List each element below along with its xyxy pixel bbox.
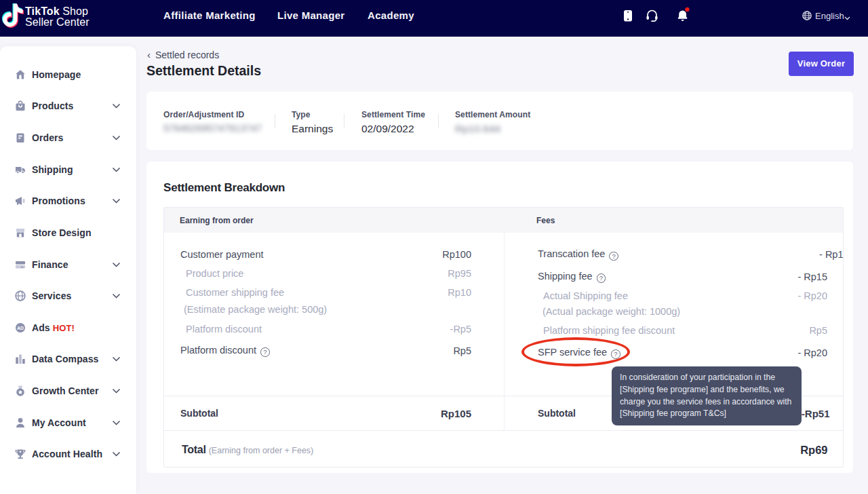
svg-text:AD: AD [17,326,24,330]
